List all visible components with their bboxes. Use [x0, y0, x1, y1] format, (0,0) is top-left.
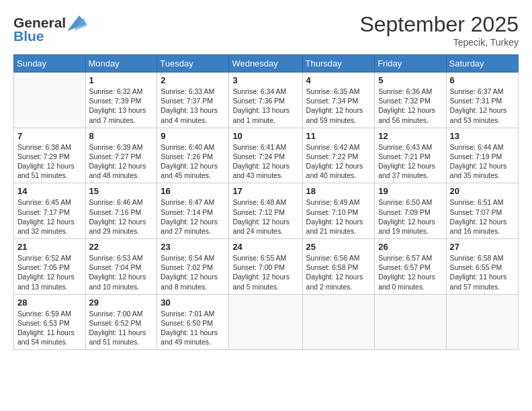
col-header-sunday: Sunday [14, 55, 86, 73]
cell-info: Sunrise: 6:32 AMSunset: 7:39 PMDaylight:… [89, 87, 154, 125]
col-header-tuesday: Tuesday [157, 55, 229, 73]
cell-info: Sunrise: 6:58 AMSunset: 6:55 PMDaylight:… [450, 253, 515, 291]
month-title: September 2025 [359, 12, 519, 37]
cell-info: Sunrise: 6:48 AMSunset: 7:12 PMDaylight:… [232, 197, 298, 236]
calendar-cell: 19Sunrise: 6:50 AMSunset: 7:09 PMDayligh… [375, 183, 446, 239]
day-number: 27 [450, 242, 515, 252]
cell-info: Sunrise: 6:36 AMSunset: 7:32 PMDaylight:… [378, 87, 442, 125]
day-number: 15 [89, 186, 154, 196]
day-number: 10 [232, 131, 298, 141]
cell-info: Sunrise: 6:35 AMSunset: 7:34 PMDaylight:… [306, 87, 371, 125]
calendar-cell: 10Sunrise: 6:41 AMSunset: 7:24 PMDayligh… [229, 128, 302, 183]
day-number: 6 [450, 75, 515, 85]
day-number: 16 [161, 186, 225, 196]
calendar-cell: 18Sunrise: 6:49 AMSunset: 7:10 PMDayligh… [302, 183, 375, 239]
day-number: 25 [306, 242, 371, 252]
cell-info: Sunrise: 6:37 AMSunset: 7:31 PMDaylight:… [450, 87, 515, 125]
calendar-cell: 14Sunrise: 6:45 AMSunset: 7:17 PMDayligh… [14, 183, 86, 239]
calendar-cell: 16Sunrise: 6:47 AMSunset: 7:14 PMDayligh… [157, 183, 229, 239]
title-block: September 2025 Tepecik, Turkey [359, 12, 519, 48]
cell-info: Sunrise: 6:55 AMSunset: 7:00 PMDaylight:… [232, 253, 298, 291]
calendar-cell: 23Sunrise: 6:54 AMSunset: 7:02 PMDayligh… [157, 239, 229, 295]
logo-blue: Blue [13, 28, 44, 44]
day-number: 22 [89, 242, 154, 252]
day-number: 7 [17, 131, 82, 141]
location: Tepecik, Turkey [359, 37, 519, 48]
day-number: 1 [89, 75, 154, 85]
week-row-2: 14Sunrise: 6:45 AMSunset: 7:17 PMDayligh… [14, 183, 519, 239]
day-number: 12 [378, 131, 442, 141]
col-header-wednesday: Wednesday [229, 55, 302, 73]
logo-icon [67, 12, 87, 32]
cell-info: Sunrise: 6:56 AMSunset: 6:58 PMDaylight:… [306, 253, 371, 291]
calendar-cell: 5Sunrise: 6:36 AMSunset: 7:32 PMDaylight… [375, 73, 446, 128]
cell-info: Sunrise: 6:50 AMSunset: 7:09 PMDaylight:… [378, 197, 442, 236]
cell-info: Sunrise: 6:42 AMSunset: 7:22 PMDaylight:… [306, 142, 371, 181]
calendar-cell: 25Sunrise: 6:56 AMSunset: 6:58 PMDayligh… [302, 239, 375, 295]
cell-info: Sunrise: 6:57 AMSunset: 6:57 PMDaylight:… [378, 253, 442, 291]
day-number: 2 [161, 75, 225, 85]
day-number: 4 [306, 75, 371, 85]
day-number: 23 [161, 242, 225, 252]
day-number: 14 [17, 186, 82, 196]
cell-info: Sunrise: 6:44 AMSunset: 7:19 PMDaylight:… [450, 142, 515, 181]
day-number: 17 [232, 186, 298, 196]
day-number: 19 [378, 186, 442, 196]
day-number: 18 [306, 186, 371, 196]
calendar-cell: 24Sunrise: 6:55 AMSunset: 7:00 PMDayligh… [229, 239, 302, 295]
day-number: 28 [17, 298, 82, 308]
calendar-cell: 3Sunrise: 6:34 AMSunset: 7:36 PMDaylight… [229, 73, 302, 128]
col-header-monday: Monday [85, 55, 157, 73]
cell-info: Sunrise: 6:38 AMSunset: 7:29 PMDaylight:… [17, 142, 82, 181]
col-header-friday: Friday [375, 55, 446, 73]
day-number: 26 [378, 242, 442, 252]
cell-info: Sunrise: 6:45 AMSunset: 7:17 PMDaylight:… [17, 197, 82, 236]
calendar-cell: 26Sunrise: 6:57 AMSunset: 6:57 PMDayligh… [375, 239, 446, 295]
cell-info: Sunrise: 6:40 AMSunset: 7:26 PMDaylight:… [161, 142, 225, 181]
header: General Blue September 2025 Tepecik, Tur… [13, 12, 519, 48]
cell-info: Sunrise: 6:39 AMSunset: 7:27 PMDaylight:… [89, 142, 154, 181]
calendar-cell: 15Sunrise: 6:46 AMSunset: 7:16 PMDayligh… [85, 183, 157, 239]
week-row-4: 28Sunrise: 6:59 AMSunset: 6:53 PMDayligh… [14, 294, 519, 350]
calendar-cell: 1Sunrise: 6:32 AMSunset: 7:39 PMDaylight… [85, 73, 157, 128]
day-number: 21 [17, 242, 82, 252]
cell-info: Sunrise: 6:47 AMSunset: 7:14 PMDaylight:… [161, 197, 225, 236]
logo: General Blue [13, 12, 87, 44]
calendar-table: SundayMondayTuesdayWednesdayThursdayFrid… [13, 54, 519, 350]
cell-info: Sunrise: 6:54 AMSunset: 7:02 PMDaylight:… [161, 253, 225, 291]
calendar-cell: 22Sunrise: 6:53 AMSunset: 7:04 PMDayligh… [85, 239, 157, 295]
day-number: 13 [450, 131, 515, 141]
day-number: 30 [161, 298, 225, 308]
col-header-thursday: Thursday [302, 55, 375, 73]
day-number: 9 [161, 131, 225, 141]
cell-info: Sunrise: 7:00 AMSunset: 6:52 PMDaylight:… [89, 309, 154, 347]
day-number: 5 [378, 75, 442, 85]
col-header-saturday: Saturday [446, 55, 518, 73]
calendar-cell: 27Sunrise: 6:58 AMSunset: 6:55 PMDayligh… [446, 239, 518, 295]
cell-info: Sunrise: 6:52 AMSunset: 7:05 PMDaylight:… [17, 253, 82, 291]
day-number: 24 [232, 242, 298, 252]
cell-info: Sunrise: 6:33 AMSunset: 7:37 PMDaylight:… [161, 87, 225, 125]
day-number: 3 [232, 75, 298, 85]
calendar-cell: 29Sunrise: 7:00 AMSunset: 6:52 PMDayligh… [85, 294, 157, 350]
calendar-cell: 17Sunrise: 6:48 AMSunset: 7:12 PMDayligh… [229, 183, 302, 239]
cell-info: Sunrise: 6:59 AMSunset: 6:53 PMDaylight:… [17, 309, 82, 347]
calendar-cell [229, 294, 302, 350]
calendar-header-row: SundayMondayTuesdayWednesdayThursdayFrid… [14, 55, 519, 73]
day-number: 29 [89, 298, 154, 308]
week-row-1: 7Sunrise: 6:38 AMSunset: 7:29 PMDaylight… [14, 128, 519, 183]
calendar-cell: 8Sunrise: 6:39 AMSunset: 7:27 PMDaylight… [85, 128, 157, 183]
cell-info: Sunrise: 7:01 AMSunset: 6:50 PMDaylight:… [161, 309, 225, 347]
cell-info: Sunrise: 6:43 AMSunset: 7:21 PMDaylight:… [378, 142, 442, 181]
page: General Blue September 2025 Tepecik, Tur… [0, 0, 532, 411]
calendar-cell: 12Sunrise: 6:43 AMSunset: 7:21 PMDayligh… [375, 128, 446, 183]
calendar-cell [446, 294, 518, 350]
calendar-cell [302, 294, 375, 350]
week-row-3: 21Sunrise: 6:52 AMSunset: 7:05 PMDayligh… [14, 239, 519, 295]
calendar-cell: 30Sunrise: 7:01 AMSunset: 6:50 PMDayligh… [157, 294, 229, 350]
calendar-cell: 4Sunrise: 6:35 AMSunset: 7:34 PMDaylight… [302, 73, 375, 128]
cell-info: Sunrise: 6:51 AMSunset: 7:07 PMDaylight:… [450, 197, 515, 236]
calendar-cell: 2Sunrise: 6:33 AMSunset: 7:37 PMDaylight… [157, 73, 229, 128]
calendar-cell: 11Sunrise: 6:42 AMSunset: 7:22 PMDayligh… [302, 128, 375, 183]
cell-info: Sunrise: 6:49 AMSunset: 7:10 PMDaylight:… [306, 197, 371, 236]
